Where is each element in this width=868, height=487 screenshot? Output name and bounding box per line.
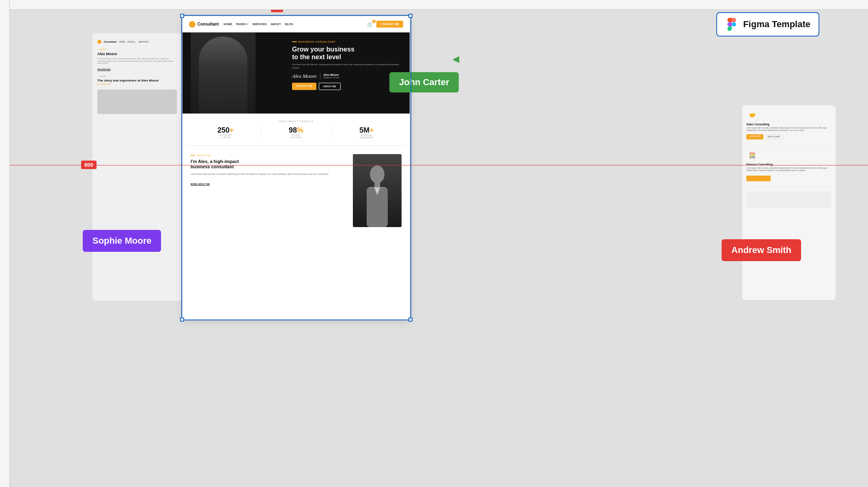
lc-story-section: — STORY The story and experience of Alex… bbox=[97, 76, 177, 86]
left-background-card: Consultant HOME PAGES + SERVICES — ABOUT… bbox=[92, 33, 182, 301]
hero-name: Alex Moore bbox=[324, 73, 340, 76]
svg-rect-3 bbox=[374, 182, 380, 187]
hero-buttons: CONTACT ME ABOUT ME bbox=[292, 83, 402, 90]
figma-logo-icon bbox=[725, 18, 738, 31]
rc-finance-buttons bbox=[746, 174, 831, 181]
hero-role: Business Coach bbox=[324, 76, 340, 79]
hero-person-silhouette bbox=[199, 36, 247, 114]
rc-add-cart-button[interactable]: ADD TO CART bbox=[765, 134, 783, 139]
figma-template-label: Figma Template bbox=[743, 19, 810, 30]
badge-sophie-moore: Sophie Moore bbox=[83, 230, 161, 252]
rc-gray-area bbox=[746, 191, 831, 208]
nav-logo: Consultant bbox=[189, 21, 219, 28]
lc-nav-links: HOME PAGES + SERVICES bbox=[119, 41, 148, 43]
rc-handshake-icon: 🤝 bbox=[746, 109, 758, 121]
nav-about[interactable]: ABOUT bbox=[271, 23, 281, 26]
nav-services[interactable]: SERVICES bbox=[252, 23, 266, 26]
rc-sales-title: Sales Consulting bbox=[746, 123, 831, 126]
contact-me-button[interactable]: CONTACT ME bbox=[292, 83, 316, 90]
stat-client-success: 98% CLIENT SUCCESS bbox=[261, 127, 331, 139]
stat-number-1: 250+ bbox=[191, 127, 261, 134]
stats-row: 250+ SATISFIED CLIENTS 98% CLIENT SUCCES… bbox=[191, 127, 402, 139]
lc-about-section: — ABOUT Alex Moore Lorem ipsum dolor sit… bbox=[97, 49, 177, 72]
lc-nav-pages: PAGES + bbox=[127, 41, 136, 43]
hero-title: Grow your business to the next level bbox=[292, 45, 402, 61]
nav-logo-text: Consultant bbox=[198, 22, 219, 26]
about-section: ABOUT ME I'm Alex, a high-impact busines… bbox=[183, 146, 410, 234]
stats-title: HIGH IMPACT RESULTS bbox=[191, 120, 402, 122]
rc-finance-desc: Lorem ipsum dolor sit amet, consectetur … bbox=[746, 167, 831, 172]
about-me-button[interactable]: ABOUT ME bbox=[319, 83, 341, 90]
hero-section: BUSINESS CONSULTANT Grow your business t… bbox=[183, 32, 410, 114]
hero-tag: BUSINESS CONSULTANT bbox=[292, 41, 402, 43]
lc-nav-services: SERVICES bbox=[139, 41, 149, 43]
hero-description: Get help from Alex Moore, a professional… bbox=[292, 63, 402, 69]
rc-finance-cta[interactable] bbox=[746, 176, 771, 181]
hero-signature-row: Alex Moore Alex Moore Business Coach bbox=[292, 73, 402, 79]
lc-mission-link[interactable]: MY MISSION bbox=[97, 84, 177, 86]
lc-about-tag: — ABOUT bbox=[97, 49, 177, 51]
ruler-left bbox=[0, 0, 10, 487]
lc-about-name: Alex Moore bbox=[97, 52, 177, 56]
rc-sales-desc: Lorem ipsum dolor sit amet, consectetur … bbox=[746, 127, 831, 132]
nav-home[interactable]: HOME bbox=[223, 23, 232, 26]
website-mockup: Consultant HOME PAGES + SERVICES ABOUT B… bbox=[183, 16, 410, 320]
rc-finance-icon: 🧮 bbox=[746, 150, 758, 161]
about-more-link[interactable]: MORE ABOUT ME bbox=[191, 183, 210, 186]
nav-logo-icon bbox=[189, 21, 196, 28]
svg-point-2 bbox=[370, 165, 385, 183]
rc-learn-more-button[interactable]: LEARN MORE bbox=[746, 134, 763, 139]
nav-blog[interactable]: BLOG bbox=[285, 23, 293, 26]
cursor-arrow-icon: ◄ bbox=[450, 54, 462, 67]
nav-cta-button[interactable]: CONTACT ME bbox=[376, 21, 403, 28]
portrait-silhouette bbox=[361, 162, 393, 227]
lc-logo-text: Consultant bbox=[104, 41, 116, 43]
badge-800: 800 bbox=[81, 161, 97, 169]
figma-template-box: Figma Template bbox=[716, 12, 819, 36]
ruler-top bbox=[0, 0, 868, 10]
lc-image-placeholder bbox=[97, 90, 177, 114]
nav-cart[interactable]: 🛒 1 bbox=[367, 21, 373, 27]
lc-nav: Consultant HOME PAGES + SERVICES bbox=[97, 40, 177, 44]
lc-follow-label[interactable]: FOLLOW ALEX bbox=[97, 69, 111, 71]
nav-cart-badge: 1 bbox=[372, 20, 376, 23]
rc-sales-buttons: LEARN MORE ADD TO CART bbox=[746, 134, 831, 139]
stats-section: HIGH IMPACT RESULTS 250+ SATISFIED CLIEN… bbox=[183, 114, 410, 146]
lc-about-desc: Lorem ipsum dolor sit amet, consectetur … bbox=[97, 58, 177, 64]
rc-sales-consulting: 🤝 Sales Consulting Lorem ipsum dolor sit… bbox=[746, 109, 831, 145]
guide-horizontal bbox=[0, 165, 868, 165]
stat-satisfied-clients: 250+ SATISFIED CLIENTS bbox=[191, 127, 261, 139]
website-nav: Consultant HOME PAGES + SERVICES ABOUT B… bbox=[183, 16, 410, 32]
right-background-card: 🤝 Sales Consulting Lorem ipsum dolor sit… bbox=[742, 105, 836, 300]
lc-story-tag: — STORY bbox=[97, 76, 177, 78]
stat-number-3: 5M+ bbox=[331, 127, 402, 134]
nav-links: HOME PAGES + SERVICES ABOUT BLOG bbox=[223, 23, 367, 26]
stat-label-2-bottom: SUCCESS bbox=[261, 136, 331, 139]
stat-number-2: 98% bbox=[261, 127, 331, 134]
hero-identity: Alex Moore Business Coach bbox=[324, 73, 340, 79]
hero-signature: Alex Moore bbox=[292, 73, 320, 79]
about-tag: ABOUT ME bbox=[191, 154, 346, 157]
lc-nav-home: HOME bbox=[119, 41, 125, 43]
stat-label-1-bottom: CLIENTS bbox=[191, 136, 261, 139]
stat-label-3-bottom: INCREASED bbox=[331, 136, 402, 139]
about-description: Lorem ipsum dolor sit amet, consectetur … bbox=[191, 173, 346, 176]
stat-revenue: 5M+ REVENUE INCREASED bbox=[331, 127, 402, 139]
lc-logo-icon bbox=[97, 40, 101, 44]
hero-content: BUSINESS CONSULTANT Grow your business t… bbox=[292, 41, 402, 90]
rc-finance-consulting: 🧮 Finance Consulting Lorem ipsum dolor s… bbox=[746, 150, 831, 187]
hero-person-image bbox=[191, 32, 256, 114]
about-heading: I'm Alex, a high-impact business consult… bbox=[191, 159, 346, 169]
badge-andrew-smith: Andrew Smith bbox=[722, 239, 801, 261]
badge-john-carter: John Carter bbox=[389, 72, 459, 92]
nav-pages[interactable]: PAGES + bbox=[236, 23, 248, 26]
lc-story-title: The story and experience of Alex Moore bbox=[97, 79, 177, 83]
